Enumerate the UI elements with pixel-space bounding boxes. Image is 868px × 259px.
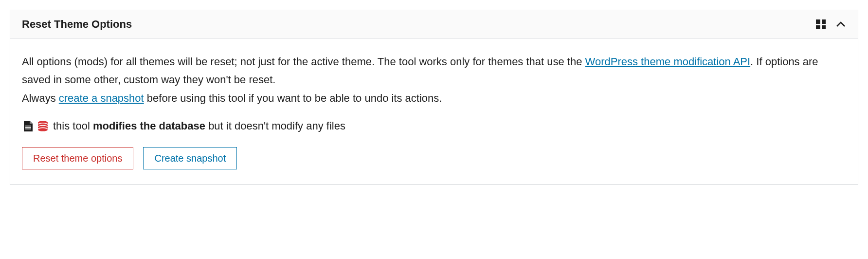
reset-theme-options-panel: Reset Theme Options All options (mods) f… <box>10 10 858 185</box>
description-text: Always <box>22 92 59 104</box>
description-text: before using this tool if you want to be… <box>144 92 442 104</box>
create-snapshot-button[interactable]: Create snapshot <box>143 147 237 169</box>
svg-rect-1 <box>25 127 31 128</box>
database-icon <box>37 121 48 131</box>
reset-theme-options-button[interactable]: Reset theme options <box>22 147 133 169</box>
info-strong: modifies the database <box>93 120 205 132</box>
button-row: Reset theme options Create snapshot <box>22 147 846 169</box>
svg-rect-2 <box>25 129 31 130</box>
description-text: All options (mods) for all themes will b… <box>22 56 585 68</box>
info-line: this tool modifies the database but it d… <box>22 120 846 132</box>
panel-title: Reset Theme Options <box>22 18 132 31</box>
svg-rect-0 <box>25 126 31 127</box>
panel-description: All options (mods) for all themes will b… <box>22 53 846 107</box>
chevron-up-icon[interactable] <box>835 19 846 30</box>
create-snapshot-link[interactable]: create a snapshot <box>59 92 144 104</box>
wp-theme-api-link[interactable]: WordPress theme modification API <box>585 56 751 68</box>
grid-icon[interactable] <box>816 19 826 29</box>
svg-point-11 <box>38 128 48 131</box>
panel-body: All options (mods) for all themes will b… <box>10 39 858 184</box>
file-icon <box>24 121 33 131</box>
info-text: this tool modifies the database but it d… <box>53 120 345 132</box>
panel-header: Reset Theme Options <box>10 10 858 39</box>
panel-controls <box>816 19 846 30</box>
